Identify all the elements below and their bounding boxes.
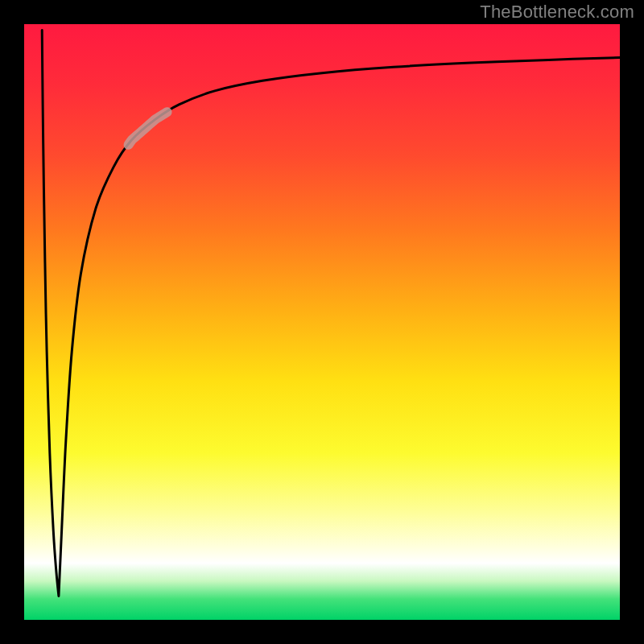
gradient-background: [24, 24, 620, 620]
watermark-text: TheBottleneck.com: [480, 2, 634, 23]
chart-frame: TheBottleneck.com: [0, 0, 644, 644]
plot-area: [24, 24, 620, 620]
chart-svg: [24, 24, 620, 620]
